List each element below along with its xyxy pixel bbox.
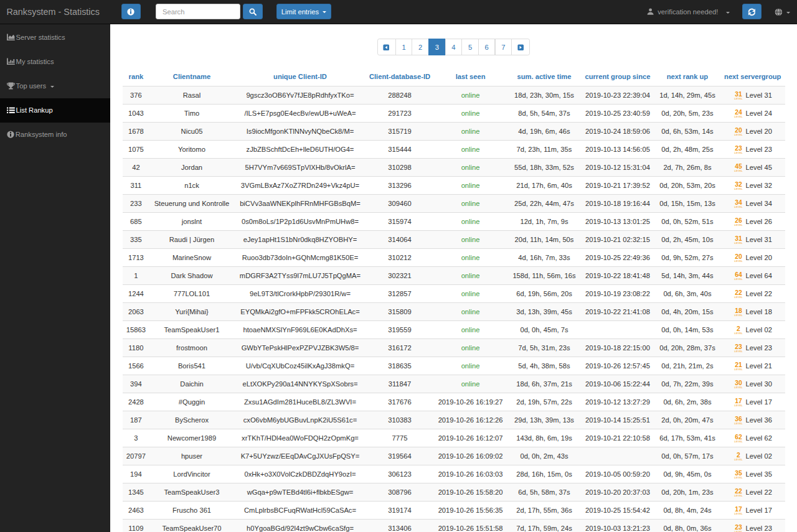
svg-text:LEVEL: LEVEL	[734, 368, 743, 371]
svg-text:34: 34	[735, 199, 742, 206]
svg-text:2: 2	[737, 452, 740, 459]
svg-text:21: 21	[735, 362, 742, 368]
svg-text:LEVEL: LEVEL	[734, 242, 743, 245]
svg-text:2: 2	[737, 325, 740, 332]
svg-text:17: 17	[735, 506, 742, 513]
svg-text:LEVEL: LEVEL	[734, 224, 743, 226]
svg-text:24: 24	[735, 109, 742, 116]
svg-text:20: 20	[735, 127, 742, 134]
svg-text:22: 22	[735, 289, 742, 296]
svg-text:22: 22	[735, 488, 742, 495]
svg-text:LEVEL: LEVEL	[734, 459, 743, 461]
svg-text:LEVEL: LEVEL	[734, 134, 743, 136]
svg-text:LEVEL: LEVEL	[734, 98, 743, 100]
svg-text:30: 30	[735, 380, 742, 386]
svg-text:LEVEL: LEVEL	[734, 332, 743, 335]
svg-text:35: 35	[735, 470, 742, 477]
svg-text:LEVEL: LEVEL	[734, 513, 743, 515]
svg-text:LEVEL: LEVEL	[734, 495, 743, 497]
svg-text:LEVEL: LEVEL	[734, 477, 743, 479]
svg-text:17: 17	[735, 398, 742, 404]
svg-text:23: 23	[735, 524, 742, 531]
svg-text:64: 64	[735, 271, 742, 278]
svg-text:LEVEL: LEVEL	[734, 314, 743, 317]
svg-text:20: 20	[735, 253, 742, 260]
svg-text:LEVEL: LEVEL	[734, 206, 743, 208]
svg-text:31: 31	[735, 235, 742, 242]
svg-text:LEVEL: LEVEL	[734, 441, 743, 443]
svg-text:LEVEL: LEVEL	[734, 152, 743, 154]
svg-text:45: 45	[735, 163, 742, 170]
svg-text:LEVEL: LEVEL	[734, 386, 743, 389]
svg-text:26: 26	[735, 217, 742, 224]
svg-text:36: 36	[735, 416, 742, 422]
svg-text:62: 62	[735, 434, 742, 441]
svg-text:LEVEL: LEVEL	[734, 188, 743, 190]
svg-text:23: 23	[735, 343, 742, 350]
svg-text:LEVEL: LEVEL	[734, 260, 743, 263]
svg-text:LEVEL: LEVEL	[734, 116, 743, 118]
svg-text:LEVEL: LEVEL	[734, 350, 743, 353]
svg-text:LEVEL: LEVEL	[734, 170, 743, 172]
svg-text:LEVEL: LEVEL	[734, 296, 743, 299]
svg-text:32: 32	[735, 181, 742, 188]
svg-text:LEVEL: LEVEL	[734, 422, 743, 425]
svg-text:LEVEL: LEVEL	[734, 278, 743, 281]
svg-text:23: 23	[735, 145, 742, 152]
svg-text:18: 18	[735, 307, 742, 314]
svg-text:LEVEL: LEVEL	[734, 404, 743, 407]
svg-text:31: 31	[735, 91, 742, 98]
